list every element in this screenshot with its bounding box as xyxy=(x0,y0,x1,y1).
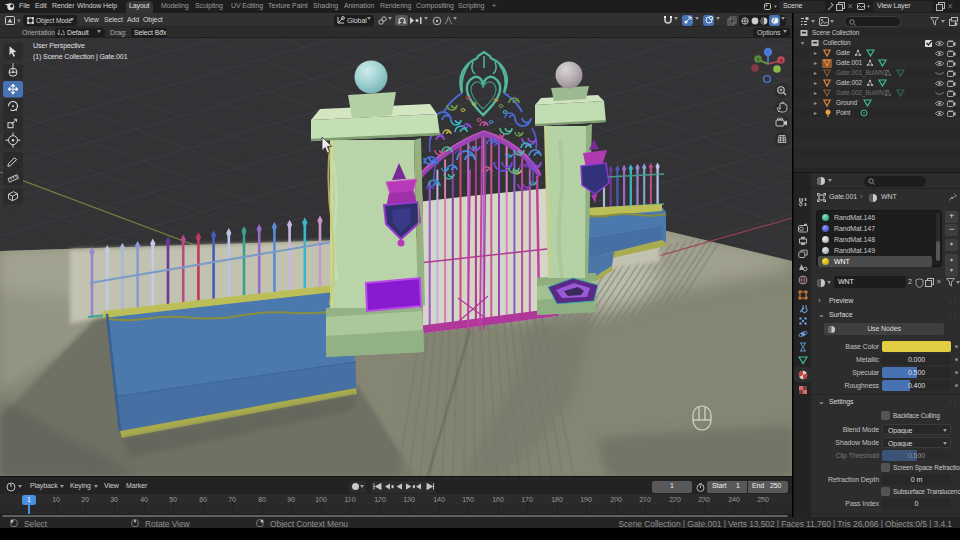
svg-text:X: X xyxy=(779,58,783,64)
svg-text:Y: Y xyxy=(756,57,760,63)
